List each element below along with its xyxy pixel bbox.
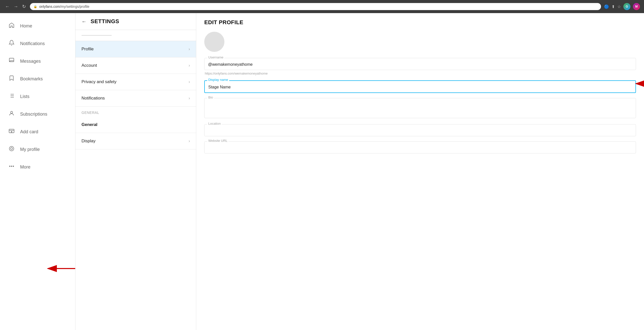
- address-text: onlyfans.com/my/settings/profile: [39, 5, 597, 9]
- scroll-hint-line: [82, 35, 112, 36]
- reload-button[interactable]: ↻: [21, 3, 27, 10]
- bio-label: Bio: [207, 95, 214, 99]
- svg-point-7: [11, 111, 13, 113]
- sidebar-item-bookmarks-label: Bookmarks: [20, 76, 43, 82]
- settings-panel: ← SETTINGS Profile › Account › Privacy a…: [75, 13, 196, 330]
- username-input[interactable]: [204, 58, 636, 70]
- sidebar-item-subscriptions-label: Subscriptions: [20, 112, 47, 117]
- sidebar-item-more[interactable]: More: [2, 159, 73, 175]
- location-input[interactable]: [204, 124, 636, 136]
- settings-header: ← SETTINGS: [75, 13, 196, 30]
- username-hint: https://onlyfans.com/wemakemoneyathome: [205, 72, 636, 75]
- settings-item-display-label: Display: [82, 139, 96, 144]
- share-icon[interactable]: ⬆: [612, 4, 615, 9]
- edit-profile-title: EDIT PROFILE: [204, 19, 636, 26]
- address-path: /my/settings/profile: [60, 5, 89, 9]
- back-button[interactable]: ←: [4, 3, 11, 10]
- more-icon: [8, 163, 15, 171]
- settings-scroll-hint: [75, 30, 196, 41]
- settings-item-privacy-safety[interactable]: Privacy and safety ›: [75, 74, 196, 90]
- lock-icon: 🔒: [33, 5, 37, 8]
- settings-notifications-chevron: ›: [189, 96, 190, 101]
- settings-back-button[interactable]: ←: [82, 19, 87, 24]
- browser-chrome: ← → ↻ 🔒 onlyfans.com/my/settings/profile…: [0, 0, 644, 13]
- username-label: Username: [207, 55, 224, 59]
- sidebar-item-add-card-label: Add card: [20, 129, 38, 135]
- settings-account-chevron: ›: [189, 63, 190, 68]
- display-name-field: Display name: [204, 80, 636, 93]
- settings-item-profile[interactable]: Profile ›: [75, 41, 196, 57]
- sidebar-item-bookmarks[interactable]: Bookmarks: [2, 71, 73, 87]
- settings-item-notifications-label: Notifications: [82, 96, 105, 101]
- sidebar-item-notifications-label: Notifications: [20, 41, 45, 46]
- browser-nav-buttons: ← → ↻: [4, 3, 27, 10]
- display-name-label: Display name: [207, 78, 229, 82]
- edit-panel: EDIT PROFILE Username https://onlyfans.c…: [196, 13, 644, 330]
- settings-profile-chevron: ›: [189, 47, 190, 51]
- svg-point-15: [13, 166, 14, 167]
- settings-item-profile-label: Profile: [82, 47, 94, 52]
- settings-display-chevron: ›: [189, 139, 190, 143]
- sidebar-item-home[interactable]: Home: [2, 18, 73, 34]
- settings-item-display[interactable]: Display ›: [75, 133, 196, 149]
- sidebar-item-lists[interactable]: Lists: [2, 88, 73, 105]
- address-bar[interactable]: 🔒 onlyfans.com/my/settings/profile: [30, 3, 601, 10]
- sidebar-item-lists-label: Lists: [20, 94, 29, 99]
- settings-item-general[interactable]: General: [75, 117, 196, 133]
- location-label: Location: [207, 122, 222, 125]
- sidebar-item-my-profile-label: My profile: [20, 147, 40, 152]
- browser-actions: 🔵 ⬆ ☆ G M: [604, 3, 640, 10]
- settings-item-general-label: General: [82, 122, 97, 127]
- bookmarks-icon: [8, 75, 15, 83]
- settings-item-account-label: Account: [82, 63, 97, 68]
- svg-point-12: [11, 148, 13, 150]
- my-profile-arrow-annotation: [45, 263, 75, 285]
- sidebar: Home Notifications Messages Bookmarks Li…: [0, 13, 75, 330]
- browser-avatar-g[interactable]: G: [623, 3, 630, 10]
- settings-item-privacy-label: Privacy and safety: [82, 79, 116, 84]
- address-domain: onlyfans.com: [39, 5, 60, 9]
- settings-item-notifications[interactable]: Notifications ›: [75, 90, 196, 107]
- svg-point-13: [10, 166, 10, 167]
- sidebar-item-more-label: More: [20, 164, 30, 170]
- settings-item-account[interactable]: Account ›: [75, 57, 196, 74]
- sidebar-item-messages-label: Messages: [20, 59, 41, 64]
- location-field: Location: [204, 124, 636, 136]
- subscriptions-icon: [8, 110, 15, 118]
- sidebar-item-my-profile[interactable]: My profile: [2, 141, 73, 158]
- home-icon: [8, 22, 15, 30]
- website-field: Website URL: [204, 141, 636, 153]
- bio-field: Bio: [204, 98, 636, 119]
- svg-point-14: [11, 166, 12, 167]
- sidebar-item-home-label: Home: [20, 23, 32, 29]
- profile-photo-area: [204, 32, 636, 52]
- google-icon[interactable]: 🔵: [604, 4, 609, 9]
- sidebar-item-notifications[interactable]: Notifications: [2, 35, 73, 52]
- lists-icon: [8, 93, 15, 100]
- website-label: Website URL: [207, 139, 228, 143]
- sidebar-item-subscriptions[interactable]: Subscriptions: [2, 106, 73, 122]
- settings-section-general-divider: General: [75, 107, 196, 117]
- profile-avatar[interactable]: [204, 32, 224, 52]
- forward-button[interactable]: →: [13, 3, 19, 10]
- username-field: Username https://onlyfans.com/wemakemone…: [204, 58, 636, 75]
- bookmark-star-icon[interactable]: ☆: [617, 4, 621, 9]
- browser-avatar-m[interactable]: M: [633, 3, 640, 10]
- my-profile-icon: [8, 146, 15, 153]
- website-input[interactable]: [204, 141, 636, 153]
- sidebar-item-add-card[interactable]: Add card: [2, 123, 73, 140]
- sidebar-item-messages[interactable]: Messages: [2, 53, 73, 70]
- settings-title: SETTINGS: [91, 18, 119, 25]
- messages-icon: [8, 57, 15, 65]
- settings-privacy-chevron: ›: [189, 80, 190, 84]
- svg-point-11: [9, 146, 14, 151]
- bio-textarea[interactable]: [204, 98, 636, 118]
- app-layout: Home Notifications Messages Bookmarks Li…: [0, 13, 644, 330]
- display-name-input[interactable]: [204, 80, 636, 93]
- add-card-icon: [8, 128, 15, 136]
- notifications-icon: [8, 40, 15, 47]
